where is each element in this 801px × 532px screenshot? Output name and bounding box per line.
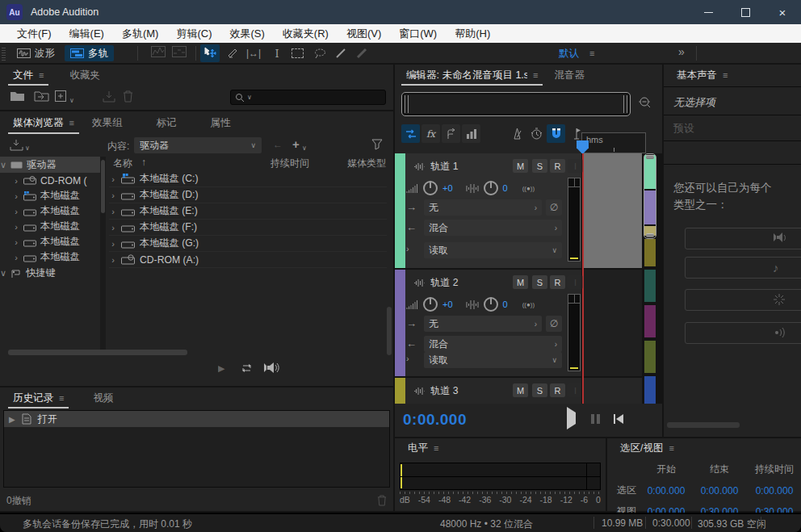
expand-icon[interactable]: › <box>13 222 19 232</box>
menu-file[interactable]: 文件(F) <box>8 24 61 43</box>
tab-editor[interactable]: 编辑器: 未命名混音项目 1.sesx ≡ <box>401 65 543 86</box>
panel-menu-icon[interactable]: ≡ <box>669 443 673 453</box>
zoom-navigator[interactable] <box>401 92 631 116</box>
track-name[interactable]: 轨道 1 <box>430 160 459 174</box>
panel-menu-icon[interactable]: ≡ <box>69 118 74 128</box>
tab-files[interactable]: 文件 ≡ <box>8 65 48 86</box>
list-item-cdrom[interactable]: › CD-ROM (A:) <box>109 252 387 268</box>
expand-icon[interactable]: › <box>109 239 117 249</box>
routing-button[interactable] <box>442 124 460 143</box>
monitor-input-icon[interactable]: ((●)) <box>522 185 535 192</box>
list-item-disk[interactable]: › 本地磁盘 (E:) <box>109 203 387 220</box>
menu-favorites[interactable]: 收藏夹(R) <box>274 24 338 43</box>
time-selection-tool-button[interactable]: I <box>267 44 287 62</box>
import-file-icon[interactable] <box>34 90 49 102</box>
timeline-track2[interactable] <box>583 270 642 376</box>
minimize-button[interactable] <box>690 0 727 24</box>
pause-button[interactable] <box>591 414 600 424</box>
tab-effects-rack[interactable]: 效果组 <box>87 111 128 134</box>
workspace-button[interactable]: 默认 <box>559 47 579 61</box>
play-button[interactable] <box>567 413 576 424</box>
selection-end-value[interactable]: 0:00.000 <box>693 485 746 496</box>
tab-selection-view[interactable]: 选区/视图 ≡ <box>615 438 679 458</box>
list-item-disk[interactable]: › 本地磁盘 (G:) <box>109 236 387 252</box>
trash-icon[interactable] <box>377 495 387 506</box>
input-monitor-button[interactable]: I <box>568 383 581 397</box>
track-input-select[interactable]: 无 › <box>424 199 542 216</box>
pan-knob[interactable] <box>482 295 500 313</box>
tab-media-browser[interactable]: 媒体浏览器 ≡ <box>8 111 79 134</box>
mute-button[interactable]: M <box>513 383 528 397</box>
ambience-type-button[interactable] <box>685 322 801 344</box>
track-output-select[interactable]: 混合 › <box>424 220 562 236</box>
multitrack-view-button[interactable]: 多轨 <box>65 45 114 61</box>
open-folder-icon[interactable] <box>10 90 25 102</box>
tree-item-disk[interactable]: › 本地磁盘 <box>0 203 100 219</box>
volume-value[interactable]: +0 <box>442 300 453 309</box>
tab-markers[interactable]: 标记 <box>151 111 181 134</box>
expand-icon[interactable]: › <box>13 253 19 262</box>
marquee-tool-button[interactable] <box>287 44 307 62</box>
expand-icon[interactable]: › <box>109 174 117 184</box>
tab-favorites[interactable]: 收藏夹 <box>65 65 105 86</box>
input-monitor-button[interactable]: I <box>568 159 583 173</box>
brush-tool-button[interactable] <box>352 44 371 62</box>
clip-effects-button[interactable]: fx <box>421 124 440 143</box>
track-header-1[interactable]: 轨道 1 M S R I +0 0 ((●)) → 无 › <box>395 153 581 268</box>
menu-help[interactable]: 帮助(H) <box>446 24 499 43</box>
panel-menu-icon[interactable]: ≡ <box>434 443 438 453</box>
horizontal-scrollbar-thumb[interactable] <box>8 350 187 355</box>
dialogue-type-button[interactable] <box>685 228 801 249</box>
track-header-3[interactable]: 轨道 3 M S R I +0 0 <box>395 378 581 404</box>
expand-icon[interactable]: › <box>109 223 117 232</box>
loop-icon[interactable] <box>240 362 254 375</box>
bypass-button[interactable]: ∅ <box>546 316 562 332</box>
essential-sound-scrollbar-thumb[interactable] <box>667 422 740 428</box>
expand-icon[interactable]: › <box>13 237 19 247</box>
mute-button[interactable]: M <box>513 275 528 289</box>
spectral-display-icon[interactable] <box>151 46 166 57</box>
tab-history[interactable]: 历史记录 ≡ <box>8 387 69 408</box>
tab-video[interactable]: 视频 <box>88 387 118 408</box>
selection-duration-value[interactable]: 0:00.000 <box>746 485 801 496</box>
snap-button[interactable] <box>547 124 565 143</box>
volume-value[interactable]: +0 <box>442 183 453 193</box>
move-tool-button[interactable] <box>200 44 220 62</box>
expand-icon[interactable]: › <box>13 176 19 186</box>
lasso-tool-button[interactable] <box>310 44 329 62</box>
record-arm-button[interactable]: R <box>550 383 565 397</box>
tree-root-shortcuts[interactable]: ∨ 快捷键 <box>0 266 100 281</box>
panel-menu-icon[interactable]: ≡ <box>59 393 64 403</box>
maximize-button[interactable] <box>727 0 764 24</box>
record-arm-button[interactable]: R <box>550 275 565 289</box>
speaker-icon[interactable] <box>262 362 280 374</box>
tree-item-disk-c[interactable]: › 本地磁盘 <box>0 188 100 203</box>
filter-icon[interactable] <box>371 139 383 150</box>
timeline-track3[interactable] <box>583 378 642 404</box>
expand-icon[interactable]: › <box>109 255 117 265</box>
track-name[interactable]: 轨道 3 <box>430 384 459 398</box>
slip-tool-button[interactable]: |↔| <box>244 44 263 62</box>
tree-item-cdrom[interactable]: › CD-ROM ( <box>0 173 100 188</box>
list-item-disk[interactable]: › 本地磁盘 (D:) <box>109 187 387 203</box>
back-arrow-icon[interactable]: ← <box>273 139 283 150</box>
tree-item-disk[interactable]: › 本地磁盘 <box>0 249 100 265</box>
track-input-select[interactable]: 无 › <box>424 316 542 332</box>
metronome-button[interactable] <box>508 124 526 143</box>
volume-knob[interactable] <box>421 179 439 197</box>
automation-mode-select[interactable]: 读取 ∨ <box>424 352 562 368</box>
menu-view[interactable]: 视图(V) <box>338 24 390 43</box>
history-entry-open[interactable]: ▶ 打开 <box>4 411 389 427</box>
music-type-button[interactable]: ♪ <box>685 257 801 279</box>
monitor-input-icon[interactable]: ((●)) <box>522 301 535 308</box>
expand-icon[interactable]: › <box>109 207 117 216</box>
track-header-2[interactable]: 轨道 2 M S R I +0 0 ((●)) → 无 › <box>395 270 581 376</box>
pan-knob[interactable] <box>482 179 500 197</box>
selection-start-value[interactable]: 0:00.000 <box>640 485 693 496</box>
collapse-icon[interactable]: ∨ <box>0 268 6 279</box>
toolbar-overflow-button[interactable]: » <box>678 45 685 58</box>
pitch-display-icon[interactable] <box>172 46 187 57</box>
panel-scrollbar-thumb[interactable] <box>387 307 392 355</box>
search-input[interactable] <box>254 91 371 104</box>
pan-value[interactable]: 0 <box>503 300 508 309</box>
